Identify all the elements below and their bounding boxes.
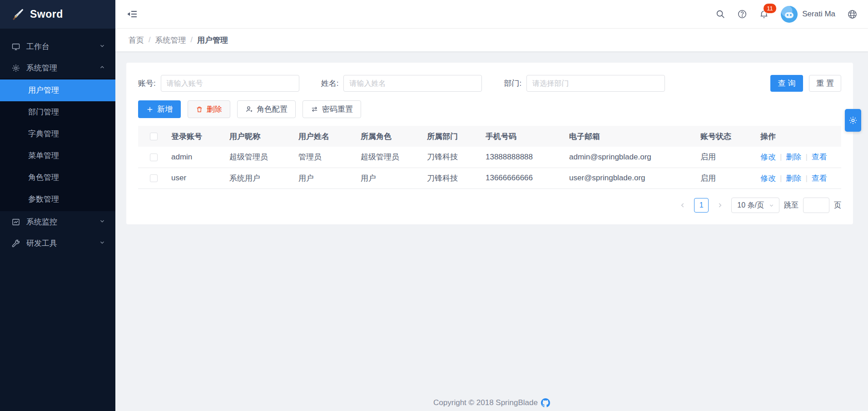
cell-nickname: 超级管理员 [228, 147, 297, 168]
role-config-button[interactable]: 角色配置 [237, 100, 296, 118]
chevron-down-icon [99, 239, 105, 248]
page-size-select[interactable]: 10 条/页 [731, 198, 779, 213]
next-page-icon[interactable] [713, 198, 727, 212]
breadcrumb-separator: / [149, 36, 150, 44]
password-reset-button[interactable]: 密码重置 [303, 100, 361, 118]
sidebar-item-system-monitor[interactable]: 系统监控 [0, 211, 115, 233]
name-label: 姓名: [321, 78, 339, 89]
delete-link[interactable]: 删除 [786, 153, 801, 161]
search-icon[interactable] [715, 9, 725, 19]
search-button[interactable]: 查 询 [770, 75, 804, 92]
col-department: 所属部门 [425, 126, 484, 147]
breadcrumb-current: 用户管理 [197, 35, 228, 45]
chevron-down-icon [99, 218, 105, 227]
sidebar-item-menu-management[interactable]: 菜单管理 [0, 145, 115, 167]
main-area: 11 Serati Ma 首页 / 系统管理 / 用户管理 [115, 0, 868, 411]
sidebar-item-label: 研发工具 [26, 238, 99, 248]
account-label: 账号: [138, 78, 156, 89]
cell-name: 用户 [297, 168, 359, 188]
page-number-button[interactable]: 1 [694, 198, 709, 213]
notifications-button[interactable]: 11 [759, 9, 769, 19]
col-role: 所属角色 [359, 126, 425, 147]
department-filter: 部门: [504, 75, 665, 92]
col-operations: 操作 [759, 126, 841, 147]
col-login-account: 登录账号 [169, 126, 228, 147]
user-menu[interactable]: Serati Ma [781, 6, 835, 23]
github-icon[interactable] [541, 398, 550, 407]
delete-button[interactable]: 删除 [188, 100, 230, 118]
users-table: 登录账号 用户昵称 用户姓名 所属角色 所属部门 手机号码 电子邮箱 账号状态 … [138, 126, 841, 189]
sidebar-item-parameter-management[interactable]: 参数管理 [0, 188, 115, 210]
filter-row: 账号: 姓名: 部门: 查 询 重 置 [138, 63, 841, 92]
cell-nickname: 系统用户 [228, 168, 297, 188]
breadcrumb: 首页 / 系统管理 / 用户管理 [115, 29, 868, 51]
reset-button[interactable]: 重 置 [809, 75, 841, 92]
edit-link[interactable]: 修改 [760, 174, 776, 183]
cell-email: admin@springblade.org [567, 147, 699, 168]
help-icon[interactable] [737, 9, 747, 19]
view-link[interactable]: 查看 [812, 174, 827, 183]
col-email: 电子邮箱 [567, 126, 699, 147]
sidebar-nav: 工作台 系统管理 用户管理 部门管理 字典管理 菜单管理 角色管理 参数 [0, 29, 115, 254]
table-header-row: 登录账号 用户昵称 用户姓名 所属角色 所属部门 手机号码 电子邮箱 账号状态 … [138, 126, 841, 147]
col-nickname: 用户昵称 [228, 126, 297, 147]
cell-name: 管理员 [297, 147, 359, 168]
chart-icon [11, 217, 21, 227]
sidebar-item-role-management[interactable]: 角色管理 [0, 167, 115, 188]
sidebar-collapse-icon[interactable] [127, 9, 138, 20]
gear-icon [11, 63, 21, 73]
wrench-icon [11, 238, 21, 248]
settings-button[interactable] [845, 109, 861, 132]
row-checkbox[interactable] [150, 154, 158, 161]
edit-link[interactable]: 修改 [760, 153, 776, 161]
breadcrumb-home[interactable]: 首页 [129, 35, 144, 45]
table-row-user: user 系统用户 用户 用户 刀锋科技 13666666666 user@sp… [138, 168, 841, 188]
col-user-name: 用户姓名 [297, 126, 359, 147]
cell-department: 刀锋科技 [425, 147, 484, 168]
globe-icon[interactable] [847, 9, 857, 19]
add-button[interactable]: 新增 [138, 100, 181, 118]
page-unit-label: 页 [834, 201, 841, 210]
account-filter: 账号: [138, 75, 299, 92]
department-select[interactable] [526, 75, 665, 92]
sidebar-item-label: 工作台 [26, 41, 99, 52]
sidebar-item-department-management[interactable]: 部门管理 [0, 101, 115, 123]
view-link[interactable]: 查看 [812, 153, 827, 161]
sidebar-item-dictionary-management[interactable]: 字典管理 [0, 123, 115, 145]
delete-link[interactable]: 删除 [786, 174, 801, 183]
sidebar-item-system-management[interactable]: 系统管理 [0, 57, 115, 79]
app-title: Sword [30, 8, 63, 20]
account-input[interactable] [161, 75, 299, 92]
copyright-text: Copyright © 2018 SpringBlade [433, 398, 538, 407]
cell-account: user [169, 168, 228, 188]
sidebar-item-dev-tools[interactable]: 研发工具 [0, 233, 115, 254]
select-all-checkbox[interactable] [150, 133, 158, 140]
chevron-down-icon [769, 203, 774, 208]
monitor-icon [11, 42, 21, 52]
sidebar-item-label: 系统监控 [26, 217, 99, 227]
sidebar-item-workbench[interactable]: 工作台 [0, 36, 115, 57]
name-input[interactable] [343, 75, 482, 92]
jump-page-input[interactable] [803, 198, 829, 213]
name-filter: 姓名: [321, 75, 482, 92]
pagination: 1 10 条/页 跳至 页 [676, 198, 841, 213]
breadcrumb-separator: / [190, 36, 192, 44]
content-area: 账号: 姓名: 部门: 查 询 重 置 [115, 51, 868, 411]
department-label: 部门: [504, 78, 521, 89]
sidebar: Sword 工作台 系统管理 [0, 0, 115, 411]
top-bar: 11 Serati Ma [115, 0, 868, 29]
row-checkbox[interactable] [150, 174, 158, 182]
prev-page-icon[interactable] [676, 198, 689, 212]
user-plus-icon [245, 105, 253, 113]
gear-icon [848, 115, 858, 125]
chevron-down-icon [99, 42, 105, 51]
notification-badge: 11 [764, 4, 776, 13]
app-logo[interactable]: Sword [0, 0, 115, 29]
cell-phone: 13666666666 [484, 168, 567, 188]
system-management-submenu: 用户管理 部门管理 字典管理 菜单管理 角色管理 参数管理 [0, 79, 115, 211]
cell-status: 启用 [699, 147, 759, 168]
sidebar-item-user-management[interactable]: 用户管理 [0, 79, 115, 101]
cell-email: user@springblade.org [567, 168, 699, 188]
jump-label: 跳至 [784, 201, 799, 210]
breadcrumb-system-management[interactable]: 系统管理 [155, 35, 186, 45]
